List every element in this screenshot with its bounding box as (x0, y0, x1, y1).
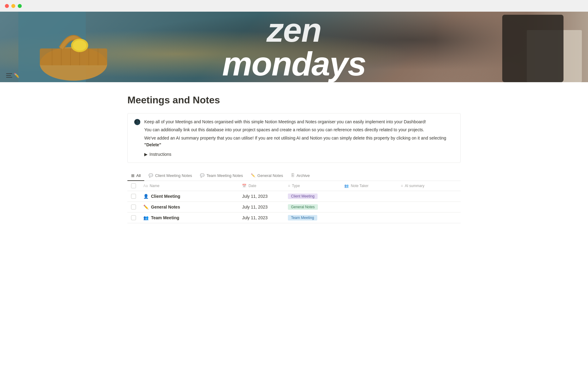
svg-rect-2 (40, 48, 107, 65)
row-date-cell-0: July 11, 2023 (238, 191, 284, 201)
row-checkbox-cell-2 (127, 212, 140, 223)
tab-archive[interactable]: 🗄Archive (287, 171, 313, 181)
th-ai-icon: ≡ (401, 184, 403, 188)
row-type-cell-2: Team Meeting (284, 212, 341, 223)
th-date-label: Date (248, 184, 256, 188)
basket-illustration (18, 12, 147, 82)
row-name-cell-0: 👤 Client Meeting (140, 191, 238, 201)
row-ai-cell-2 (397, 212, 461, 223)
callout-line-3: We've added an AI summary property that … (144, 135, 454, 148)
callout-body: Keep all of your Meetings and Notes orga… (144, 118, 454, 158)
table-body: 👤 Client Meeting July 11, 2023 Client Me… (127, 191, 461, 223)
instructions-toggle[interactable]: ▶ Instructions (144, 151, 454, 158)
row-name-cell-1: ✏️ General Notes (140, 201, 238, 212)
table-row: ✏️ General Notes July 11, 2023 General N… (127, 201, 461, 212)
tab-archive-label: Archive (296, 173, 310, 178)
th-date: 📅 Date (238, 181, 284, 191)
main-content: Meetings and Notes 🌑 Keep all of your Me… (98, 82, 490, 242)
triangle-icon: ▶ (144, 151, 148, 158)
tab-all[interactable]: ▦All (127, 171, 144, 181)
th-note-taker: 👥 Note Taker (341, 181, 397, 191)
table-container: Aa Name 📅 Date ≡ Type (127, 181, 461, 223)
svg-point-10 (73, 40, 86, 51)
info-callout: 🌑 Keep all of your Meetings and Notes or… (127, 113, 461, 163)
row-ai-cell-1 (397, 201, 461, 212)
row-type-badge-1: General Notes (288, 204, 318, 210)
row-type-cell-0: Client Meeting (284, 191, 341, 201)
row-date-cell-2: July 11, 2023 (238, 212, 284, 223)
tab-team-meeting-notes-label: Team Meeting Notes (206, 173, 243, 178)
th-ai-summary: ≡ AI summary (397, 181, 461, 191)
hero-text: zen mondays (222, 13, 366, 81)
row-checkbox-1[interactable] (131, 205, 136, 209)
meetings-table: Aa Name 📅 Date ≡ Type (127, 181, 461, 223)
row-checkbox-cell-1 (127, 201, 140, 212)
th-name-label: Name (150, 184, 160, 188)
table-header: Aa Name 📅 Date ≡ Type (127, 181, 461, 191)
tab-general-notes-label: General Notes (257, 173, 283, 178)
row-note-taker-cell-1 (341, 201, 397, 212)
table-row: 👥 Team Meeting July 11, 2023 Team Meetin… (127, 212, 461, 223)
row-note-taker-cell-2 (341, 212, 397, 223)
close-button[interactable] (5, 4, 9, 8)
tab-team-meeting-notes[interactable]: 💬Team Meeting Notes (196, 171, 247, 181)
select-all-checkbox[interactable] (131, 183, 136, 188)
hamburger-line-1 (6, 73, 12, 74)
row-checkbox-2[interactable] (131, 215, 136, 220)
th-note-taker-label: Note Taker (351, 184, 368, 188)
hamburger-line-2 (6, 75, 11, 76)
tab-general-notes[interactable]: ✏️General Notes (247, 171, 287, 181)
callout-line-1: Keep all of your Meetings and Notes orga… (144, 118, 454, 125)
th-name: Aa Name (140, 181, 238, 191)
maximize-button[interactable] (18, 4, 22, 8)
hero-zen-text: zen (222, 13, 366, 47)
row-type-badge-2: Team Meeting (288, 215, 317, 220)
tab-client-meeting-notes[interactable]: 💬Client Meeting Notes (145, 171, 196, 181)
tab-client-meeting-notes-label: Client Meeting Notes (155, 173, 192, 178)
row-icon-1: ✏️ (143, 205, 149, 209)
row-note-taker-cell-0 (341, 191, 397, 201)
row-name-link-0[interactable]: 👤 Client Meeting (143, 194, 235, 199)
page-title: Meetings and Notes (127, 94, 461, 106)
row-name-link-1[interactable]: ✏️ General Notes (143, 205, 235, 209)
th-ai-label: AI summary (405, 184, 424, 188)
tabs-bar: ▦All💬Client Meeting Notes💬Team Meeting N… (127, 171, 461, 181)
th-name-icon: Aa (143, 184, 148, 188)
hamburger-line-3 (6, 77, 12, 78)
row-name-cell-2: 👥 Team Meeting (140, 212, 238, 223)
table-row: 👤 Client Meeting July 11, 2023 Client Me… (127, 191, 461, 201)
callout-icon: 🌑 (134, 119, 141, 125)
callout-line3-bold: "Delete" (144, 142, 161, 147)
instructions-label: Instructions (149, 151, 172, 158)
row-date-cell-1: July 11, 2023 (238, 201, 284, 212)
hero-banner: zen mondays ✏️ (0, 12, 588, 82)
th-note-taker-icon: 👥 (344, 184, 349, 188)
tab-general-notes-icon: ✏️ (251, 173, 255, 178)
row-name-text-1: General Notes (151, 205, 180, 209)
callout-line-2: You can additionally link out this datab… (144, 126, 454, 133)
header-row: Aa Name 📅 Date ≡ Type (127, 181, 461, 191)
callout-line3-prefix: We've added an AI summary property that … (144, 136, 446, 140)
tab-client-meeting-notes-icon: 💬 (149, 173, 153, 178)
row-name-text-0: Client Meeting (151, 194, 180, 199)
row-checkbox-cell-0 (127, 191, 140, 201)
row-icon-2: 👥 (143, 215, 149, 220)
tab-all-icon: ▦ (131, 173, 134, 178)
hero-mondays-text: mondays (222, 47, 366, 81)
minimize-button[interactable] (11, 4, 15, 8)
th-type-icon: ≡ (288, 184, 290, 188)
sidebar-toggle[interactable] (6, 73, 12, 78)
row-checkbox-0[interactable] (131, 194, 136, 199)
window-chrome (0, 0, 588, 12)
row-name-link-2[interactable]: 👥 Team Meeting (143, 215, 235, 220)
tab-team-meeting-notes-icon: 💬 (200, 173, 205, 178)
row-icon-0: 👤 (143, 194, 149, 199)
tab-all-label: All (136, 173, 141, 178)
row-ai-cell-0 (397, 191, 461, 201)
th-type-label: Type (292, 184, 300, 188)
tab-archive-icon: 🗄 (291, 173, 295, 178)
row-type-badge-0: Client Meeting (288, 194, 318, 199)
row-name-text-2: Team Meeting (151, 215, 179, 220)
row-type-cell-1: General Notes (284, 201, 341, 212)
figure-silhouette (502, 15, 564, 82)
